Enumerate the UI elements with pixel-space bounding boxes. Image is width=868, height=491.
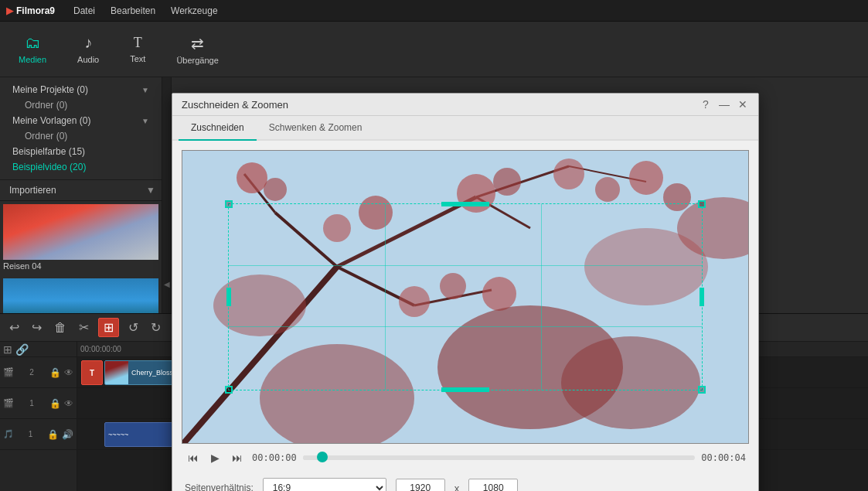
dialog-content: ⏮ ▶ ⏭ 00:00:00 00:00:04 Seitenverhältnis… [172, 141, 758, 491]
svg-point-16 [553, 159, 584, 189]
audio1-num: 1 [29, 430, 33, 438]
title-clip[interactable]: T [81, 360, 103, 385]
app-title: Filmora9 [16, 5, 55, 16]
ratio-select[interactable]: 16:9 4:3 1:1 9:16 Benutzerdefiniert [263, 478, 386, 491]
tab-zuschneiden[interactable]: Zuschneiden [179, 116, 257, 141]
seek-bar[interactable] [303, 455, 695, 460]
audio1-controls: 🔒 🔊 [47, 429, 73, 440]
track-label-2: 🎬 2 🔒 👁 [0, 357, 77, 388]
tree-item-vorlagen[interactable]: Meine Vorlagen (0) ▼ [0, 113, 162, 128]
text-icon: T [134, 35, 142, 51]
menu-werkzeuge[interactable]: Werkzeuge [165, 4, 223, 18]
dialog-help-button[interactable]: ? [700, 98, 712, 111]
current-time: 00:00:00 [252, 452, 297, 463]
dialog-minimize-button[interactable]: — [718, 98, 730, 111]
tree-item-video[interactable]: Beispielvideo (20) [0, 159, 162, 175]
collapse-icon: ◀ [164, 280, 170, 288]
svg-point-11 [264, 178, 287, 201]
toolbar-text-label: Text [130, 54, 145, 63]
tree-sub-ordner2[interactable]: Ordner (0) [0, 128, 162, 144]
tl-undo-button[interactable]: ↩ [6, 319, 22, 336]
toolbar-audio[interactable]: ♪ Audio [71, 31, 105, 67]
transitions-icon: ⇄ [191, 34, 204, 53]
svg-point-10 [237, 162, 267, 193]
tree-sub-ordner1[interactable]: Ordner (0) [0, 97, 162, 113]
dim-separator: x [454, 482, 460, 492]
svg-point-17 [595, 177, 620, 202]
tree-item-vorlagen-label: Meine Vorlagen (0) [12, 115, 90, 126]
tl-rotate-right-button[interactable]: ↻ [148, 319, 164, 336]
svg-point-28 [561, 336, 700, 429]
tab-schwenken[interactable]: Schwenken & Zoomen [257, 116, 375, 141]
rewind-button[interactable]: ⏮ [185, 450, 202, 465]
add-audio-track-button[interactable]: 🔗 [15, 343, 29, 356]
dialog-title-bar: Zuschneiden & Zoomen ? — ✕ [172, 94, 758, 116]
track-label-audio1: 🎵 1 🔒 🔊 [0, 419, 77, 450]
track1-icon: 🎬 [3, 398, 14, 408]
tree-item-farbe[interactable]: Beispielfarbe (15) [0, 144, 162, 159]
ratio-label: Seitenverhältnis: [185, 482, 254, 491]
tree-item-farbe-label: Beispielfarbe (15) [12, 146, 85, 157]
tl-cut-button[interactable]: ✂ [76, 319, 92, 336]
tl-redo-button[interactable]: ↪ [29, 319, 45, 336]
menu-bar: ▶ Filmora9 Datei Bearbeiten Werkzeuge [0, 0, 868, 22]
svg-point-13 [359, 196, 393, 230]
end-time: 00:00:04 [701, 452, 746, 463]
title-clip-label: T [90, 369, 94, 377]
folder-icon: 🗂 [25, 34, 40, 52]
svg-point-22 [482, 277, 516, 311]
preview-branches-svg [182, 151, 748, 443]
app-logo: ▶ Filmora9 [6, 5, 55, 16]
track1-lock-icon[interactable]: 🔒 [49, 398, 61, 409]
reisen-label: Reisen 04 [3, 260, 158, 272]
svg-point-19 [663, 183, 691, 211]
toolbar-medien[interactable]: 🗂 Medien [12, 31, 53, 67]
add-track-row: ⊞ 🔗 [0, 342, 77, 357]
svg-point-20 [399, 286, 430, 317]
import-dropdown-icon[interactable]: ▼ [146, 185, 155, 196]
preview-background [182, 151, 748, 443]
dialog-close-button[interactable]: ✕ [737, 98, 749, 111]
play-button[interactable]: ▶ [208, 450, 223, 465]
track2-eye-icon[interactable]: 👁 [64, 367, 73, 378]
toolbar: 🗂 Medien ♪ Audio T Text ⇄ Übergänge [0, 22, 868, 77]
tree-item-video-label: Beispielvideo (20) [12, 162, 86, 172]
toolbar-text[interactable]: T Text [124, 32, 151, 66]
width-input[interactable]: 1920 [396, 479, 445, 491]
track2-lock-icon[interactable]: 🔒 [49, 367, 61, 378]
media-tree: Meine Projekte (0) ▼ Ordner (0) Meine Vo… [0, 77, 162, 179]
tree-item-projekte-label: Meine Projekte (0) [12, 84, 88, 95]
audio1-mute-icon[interactable]: 🔊 [62, 429, 73, 440]
tl-rotate-left-button[interactable]: ↺ [125, 319, 141, 336]
svg-point-18 [629, 161, 663, 195]
height-input[interactable]: 1080 [468, 479, 518, 491]
track1-eye-icon[interactable]: 👁 [64, 398, 73, 409]
tl-delete-button[interactable]: 🗑 [51, 319, 70, 336]
track1-num: 1 [29, 399, 34, 407]
import-button[interactable]: Importieren [6, 183, 60, 197]
playback-controls: ⏮ ▶ ⏭ 00:00:00 00:00:04 [182, 444, 749, 472]
import-bar: Importieren ▼ [0, 179, 162, 201]
tree-item-projekte[interactable]: Meine Projekte (0) ▼ [0, 82, 162, 97]
forward-button[interactable]: ⏭ [229, 450, 246, 465]
svg-point-12 [323, 214, 351, 242]
toolbar-uebergaenge[interactable]: ⇄ Übergänge [170, 31, 224, 68]
menu-items: Datei Bearbeiten Werkzeuge [67, 4, 224, 18]
expand-icon2: ▼ [141, 117, 149, 125]
toolbar-audio-label: Audio [77, 55, 99, 64]
media-thumb-reisen[interactable]: Reisen 04 [3, 204, 158, 272]
track2-num: 2 [29, 368, 34, 377]
menu-bearbeiten[interactable]: Bearbeiten [104, 4, 162, 18]
svg-point-14 [457, 174, 495, 213]
dialog-win-controls: ? — ✕ [700, 98, 749, 111]
audio1-lock-icon[interactable]: 🔒 [47, 429, 59, 440]
crop-zoom-dialog: Zuschneiden & Zoomen ? — ✕ Zuschneiden S… [172, 93, 759, 491]
svg-point-25 [213, 274, 306, 336]
cherry-thumb [105, 361, 128, 384]
tl-crop-button[interactable]: ⊞ [98, 318, 119, 337]
menu-datei[interactable]: Datei [67, 4, 101, 18]
add-video-track-button[interactable]: ⊞ [3, 343, 12, 356]
toolbar-medien-label: Medien [19, 55, 46, 64]
app-logo-icon: ▶ [6, 5, 13, 16]
seek-thumb[interactable] [317, 452, 328, 462]
